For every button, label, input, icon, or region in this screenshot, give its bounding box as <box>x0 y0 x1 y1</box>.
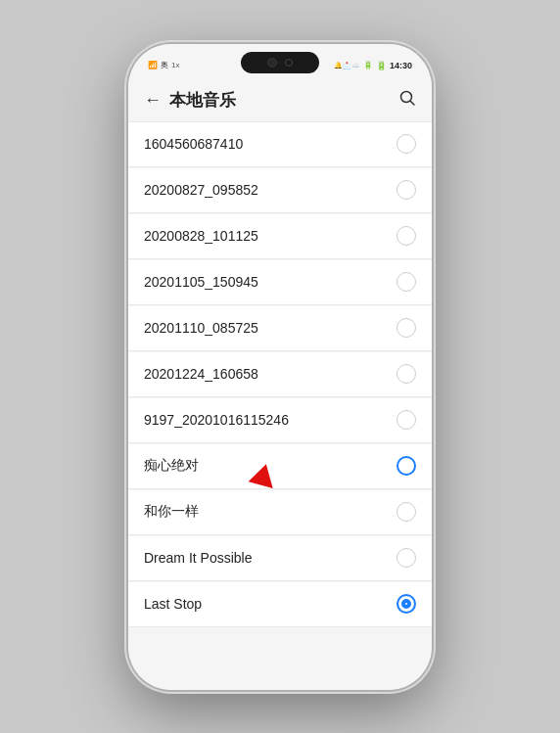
list-item[interactable]: 痴心绝对 <box>128 444 432 489</box>
page-title: 本地音乐 <box>169 89 236 112</box>
header-bar: ← 本地音乐 <box>128 79 432 122</box>
time-label: 🔋 14:30 <box>376 61 412 70</box>
search-button[interactable] <box>398 89 416 112</box>
list-item[interactable]: 20201224_160658 <box>128 352 432 397</box>
signal-icon: 📶 <box>148 61 158 69</box>
radio-button[interactable] <box>397 548 416 568</box>
radio-button[interactable] <box>397 410 416 430</box>
phone-device: 📶 奥 1x 🔔📩☁️ 🔋 🔋 14:30 ← 本地音乐 <box>128 44 432 690</box>
camera-lens <box>285 59 293 67</box>
radio-button[interactable] <box>397 318 416 338</box>
back-button[interactable]: ← <box>144 91 162 109</box>
item-text: 痴心绝对 <box>144 457 397 475</box>
item-text: 1604560687410 <box>144 136 397 152</box>
list-item[interactable]: 9197_20201016115246 <box>128 398 432 443</box>
radio-button[interactable] <box>397 594 416 614</box>
battery-icon: 🔋 <box>363 61 373 69</box>
list-item[interactable]: Last Stop <box>128 582 432 627</box>
music-list: 1604560687410 20200827_095852 20200828_1… <box>128 122 432 690</box>
item-text: 20200827_095852 <box>144 182 397 198</box>
phone-screen: 📶 奥 1x 🔔📩☁️ 🔋 🔋 14:30 ← 本地音乐 <box>128 44 432 690</box>
list-item[interactable]: 20201105_150945 <box>128 260 432 305</box>
svg-line-1 <box>411 101 415 105</box>
item-text: 和你一样 <box>144 503 397 521</box>
item-text: Dream It Possible <box>144 550 397 566</box>
list-item[interactable]: 20200827_095852 <box>128 168 432 213</box>
list-item[interactable]: Dream It Possible <box>128 536 432 581</box>
item-text: 20201105_150945 <box>144 274 397 290</box>
radio-button[interactable] <box>397 272 416 292</box>
item-text: 20200828_101125 <box>144 228 397 244</box>
item-text: 9197_20201016115246 <box>144 412 397 428</box>
data-icon: 1x <box>171 61 179 69</box>
status-bar: 📶 奥 1x 🔔📩☁️ 🔋 🔋 14:30 <box>128 44 432 79</box>
list-item[interactable]: 20201110_085725 <box>128 306 432 351</box>
item-text: 20201224_160658 <box>144 366 397 382</box>
radio-button[interactable] <box>397 456 416 476</box>
screen-content: ← 本地音乐 1604560687410 20200827_095 <box>128 79 432 690</box>
item-text: 20201110_085725 <box>144 320 397 336</box>
camera-sensor <box>267 58 277 68</box>
wifi-icon: 奥 <box>161 60 168 70</box>
radio-button[interactable] <box>397 364 416 384</box>
radio-button[interactable] <box>397 226 416 246</box>
notification-icons: 🔔📩☁️ <box>334 62 360 69</box>
list-item[interactable]: 20200828_101125 <box>128 214 432 259</box>
item-text: Last Stop <box>144 596 397 612</box>
header-left: ← 本地音乐 <box>144 89 236 112</box>
radio-button[interactable] <box>397 134 416 154</box>
radio-button[interactable] <box>397 502 416 522</box>
status-bar-right: 🔔📩☁️ 🔋 🔋 14:30 <box>334 61 412 70</box>
status-bar-left: 📶 奥 1x <box>148 60 179 70</box>
list-item[interactable]: 和你一样 <box>128 490 432 535</box>
camera-notch <box>241 52 319 73</box>
svg-point-0 <box>401 91 412 102</box>
radio-button[interactable] <box>397 180 416 200</box>
list-item[interactable]: 1604560687410 <box>128 122 432 167</box>
